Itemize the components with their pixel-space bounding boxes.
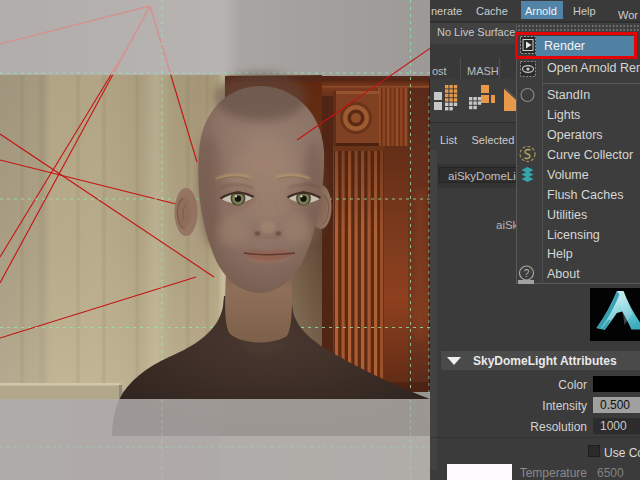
svg-text:?: ? xyxy=(524,268,530,279)
